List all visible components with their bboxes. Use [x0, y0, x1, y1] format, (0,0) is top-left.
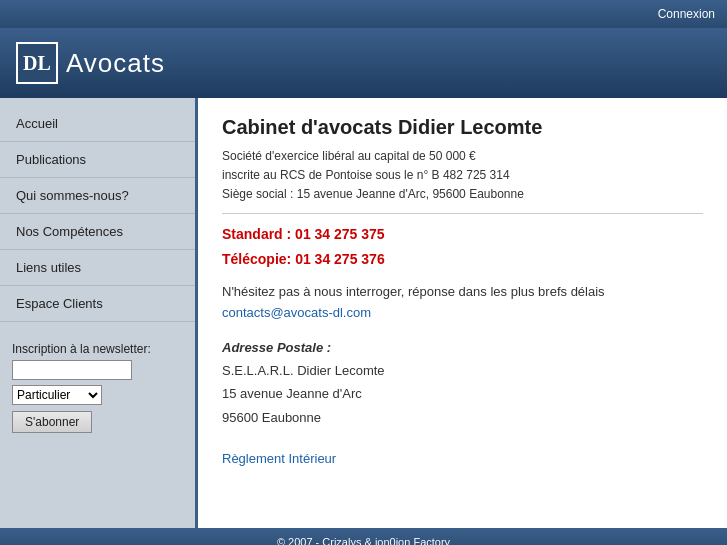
newsletter-label: Inscription à la newsletter:	[12, 342, 183, 356]
newsletter-input[interactable]	[12, 360, 132, 380]
sidebar-item-espace-clients[interactable]: Espace Clients	[0, 286, 195, 322]
company-info: Société d'exercice libéral au capital de…	[222, 147, 703, 214]
reglement-link[interactable]: Règlement Intérieur	[222, 451, 336, 466]
address-title: Adresse Postale :	[222, 336, 703, 359]
footer: © 2007 - Crizalys & jon0ion Factory	[0, 528, 727, 545]
site-title: Avocats	[66, 48, 165, 79]
sidebar-item-publications[interactable]: Publications	[0, 142, 195, 178]
newsletter-select[interactable]: Particulier Professionnel	[12, 385, 102, 405]
login-link[interactable]: Connexion	[658, 7, 715, 21]
newsletter-select-row: Particulier Professionnel	[12, 385, 183, 405]
sidebar-item-accueil[interactable]: Accueil	[0, 106, 195, 142]
page-title: Cabinet d'avocats Didier Lecomte	[222, 116, 703, 139]
address-section: Adresse Postale : S.E.L.A.R.L. Didier Le…	[222, 336, 703, 430]
sidebar: Accueil Publications Qui sommes-nous? No…	[0, 98, 195, 528]
company-line1: Société d'exercice libéral au capital de…	[222, 147, 703, 166]
subscribe-button[interactable]: S'abonner	[12, 411, 92, 433]
address-line2: 15 avenue Jeanne d'Arc	[222, 382, 703, 405]
contact-text: N'hésitez pas à nous interroger, réponse…	[222, 282, 703, 303]
contact-email-link[interactable]: contacts@avocats-dl.com	[222, 305, 371, 320]
company-line2: inscrite au RCS de Pontoise sous le n° B…	[222, 166, 703, 185]
contact-section: N'hésitez pas à nous interroger, réponse…	[222, 282, 703, 324]
top-bar: Connexion	[0, 0, 727, 28]
sidebar-item-qui-sommes-nous[interactable]: Qui sommes-nous?	[0, 178, 195, 214]
phone-standard: Standard : 01 34 275 375	[222, 222, 703, 247]
sidebar-item-nos-competences[interactable]: Nos Compétences	[0, 214, 195, 250]
content-area: Cabinet d'avocats Didier Lecomte Société…	[195, 98, 727, 528]
main-layout: Accueil Publications Qui sommes-nous? No…	[0, 98, 727, 528]
newsletter-section: Inscription à la newsletter: Particulier…	[0, 330, 195, 443]
address-line1: S.E.L.A.R.L. Didier Lecomte	[222, 359, 703, 382]
footer-text: © 2007 - Crizalys & jon0ion Factory	[277, 536, 450, 545]
sidebar-item-liens-utiles[interactable]: Liens utiles	[0, 250, 195, 286]
phone-section: Standard : 01 34 275 375 Télécopie: 01 3…	[222, 222, 703, 272]
logo-container: DL Avocats	[16, 42, 165, 84]
logo-icon: DL	[16, 42, 58, 84]
phone-fax: Télécopie: 01 34 275 376	[222, 247, 703, 272]
address-line3: 95600 Eaubonne	[222, 406, 703, 429]
header: DL Avocats	[0, 28, 727, 98]
company-line3: Siège social : 15 avenue Jeanne d'Arc, 9…	[222, 185, 703, 204]
